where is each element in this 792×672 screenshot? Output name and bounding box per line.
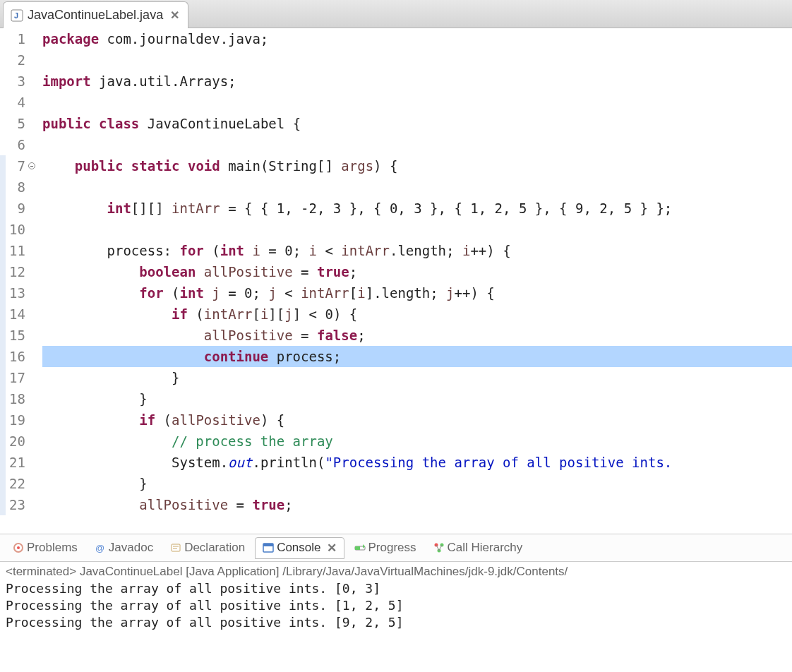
svg-rect-5 [172,544,180,551]
svg-rect-9 [263,544,273,546]
console-line: Processing the array of all positive int… [6,614,786,631]
bottom-tab-label: Declaration [184,541,245,555]
code-line[interactable]: } [42,367,792,388]
callhier-icon [433,542,445,553]
code-line[interactable]: import java.util.Arrays; [42,71,792,92]
console-output[interactable]: Processing the array of all positive int… [0,579,792,632]
line-number: 9 [0,198,25,219]
editor-tab[interactable]: J JavaContinueLabel.java ✕ [3,1,188,28]
code-line[interactable] [42,134,792,155]
bottom-panel-tabs: Problems@JavadocDeclarationConsole✕Progr… [0,534,792,562]
bottom-tab-label: Javadoc [109,541,153,555]
code-line[interactable]: } [42,473,792,494]
code-line[interactable]: System.out.println("Processing the array… [42,452,792,473]
bottom-tab-javadoc[interactable]: @Javadoc [88,538,160,558]
code-line[interactable]: if (allPositive) { [42,409,792,431]
console-line: Processing the array of all positive int… [6,580,786,597]
code-line[interactable]: continue process; [42,346,792,367]
editor-tab-bar: J JavaContinueLabel.java ✕ [0,0,792,28]
bottom-tab-declaration[interactable]: Declaration [163,538,252,558]
close-icon[interactable]: ✕ [324,541,337,556]
line-number: 19 [0,409,25,431]
bottom-tab-console[interactable]: Console✕ [255,537,344,559]
line-number: 18 [0,388,25,409]
bottom-tab-label: Problems [27,541,78,555]
code-line[interactable]: public static void main(String[] args) { [42,155,792,176]
bottom-tab-call-hierarchy[interactable]: Call Hierarchy [426,538,530,558]
bottom-tab-label: Progress [368,541,416,555]
problems-icon [13,542,24,553]
line-number: 8 [0,176,25,198]
line-number: 1 [0,28,25,49]
line-number: 5 [0,113,25,134]
line-number: 21 [0,452,25,473]
close-icon[interactable]: ✕ [167,8,179,22]
code-line[interactable] [42,49,792,71]
console-icon [263,542,274,553]
line-number-gutter: 1234567891011121314151617181920212223 [0,28,30,534]
code-line[interactable]: allPositive = false; [42,325,792,346]
code-line[interactable]: public class JavaContinueLabel { [42,113,792,134]
bottom-tab-label: Console [277,541,320,555]
line-number: 23 [0,494,25,515]
bottom-tab-problems[interactable]: Problems [6,538,85,558]
bottom-tab-label: Call Hierarchy [448,541,523,555]
progress-icon [354,542,366,553]
code-line[interactable]: package com.journaldev.java; [42,28,792,49]
code-line[interactable]: int[][] intArr = { { 1, -2, 3 }, { 0, 3 … [42,198,792,219]
line-number: 20 [0,431,25,452]
code-line[interactable]: if (intArr[i][j] < 0) { [42,304,792,325]
svg-text:J: J [14,11,18,20]
line-number: 7 [0,155,25,176]
line-number: 4 [0,92,25,113]
code-area[interactable]: package com.journaldev.java;import java.… [30,28,792,534]
code-line[interactable]: process: for (int i = 0; i < intArr.leng… [42,240,792,261]
line-number: 11 [0,240,25,261]
code-line[interactable]: } [42,388,792,409]
line-number: 10 [0,219,25,240]
line-number: 6 [0,134,25,155]
line-number: 3 [0,71,25,92]
code-line[interactable]: boolean allPositive = true; [42,261,792,282]
code-editor[interactable]: 1234567891011121314151617181920212223 pa… [0,28,792,534]
svg-point-3 [17,546,20,549]
svg-text:@: @ [95,543,104,553]
line-number: 17 [0,367,25,388]
tab-filename: JavaContinueLabel.java [28,8,163,23]
line-number: 12 [0,261,25,282]
java-file-icon: J [11,9,23,22]
code-line[interactable]: allPositive = true; [42,494,792,515]
line-number: 13 [0,282,25,304]
code-line[interactable]: for (int j = 0; j < intArr[i].length; j+… [42,282,792,304]
javadoc-icon: @ [95,542,106,553]
line-number: 22 [0,473,25,494]
declaration-icon [170,542,181,553]
line-number: 15 [0,325,25,346]
svg-rect-11 [355,546,360,550]
console-status-line: <terminated> JavaContinueLabel [Java App… [0,562,792,579]
bottom-tab-progress[interactable]: Progress [347,538,424,558]
code-line[interactable] [42,92,792,113]
line-number: 2 [0,49,25,71]
line-number: 14 [0,304,25,325]
code-line[interactable] [42,219,792,240]
console-line: Processing the array of all positive int… [6,597,786,614]
code-line[interactable] [42,176,792,198]
line-number: 16 [0,346,25,367]
code-line[interactable]: // process the array [42,431,792,452]
